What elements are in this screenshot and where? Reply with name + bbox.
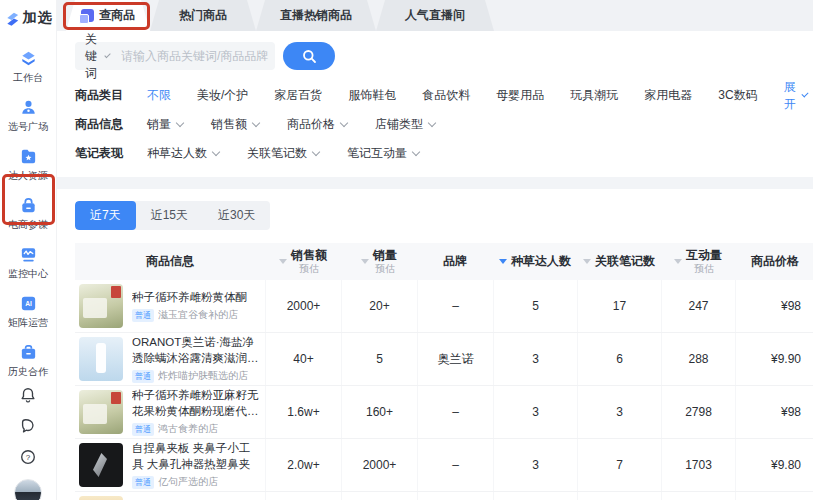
col-related-notes[interactable]: 关联笔记数 [577, 253, 661, 270]
table-row[interactable]: ORANOT奥兰诺·海盐净透除螨沐浴露清爽滋润800ml温和水... 普通 炸炸… [75, 333, 813, 386]
category-option-home[interactable]: 家居百货 [274, 87, 322, 104]
shop-tag: 普通 [132, 476, 154, 489]
dropdown-sales-amount[interactable]: 销售额 [211, 116, 259, 133]
logo-text: 加选 [23, 9, 53, 27]
sort-caret-icon [674, 259, 682, 264]
bell-icon[interactable] [19, 386, 37, 404]
search-row: 关键词 [75, 41, 813, 71]
filter-panel: 商品类目 不限 美妆/个护 家居百货 服饰鞋包 食品饮料 母婴用品 玩具潮玩 家… [75, 81, 813, 168]
chevron-down-icon [212, 148, 220, 156]
time-range-15d[interactable]: 近15天 [136, 201, 203, 230]
dropdown-note-interactions[interactable]: 笔记互动量 [347, 145, 419, 162]
tab-live-hot-products[interactable]: 直播热销商品 [256, 0, 376, 31]
keyword-type-label: 关键词 [85, 31, 100, 82]
expand-toggle[interactable]: 展开 [784, 79, 807, 113]
app-root: 加选 工作台 选号广场 [0, 0, 813, 500]
cell-sales-volume: 160+ [341, 386, 417, 438]
dropdown-shop-type[interactable]: 店铺类型 [375, 116, 435, 133]
history-cooperation-icon [19, 343, 38, 362]
table-row[interactable]: 自捏鼻夹板 夹鼻子小工具 大鼻孔神器热塑鼻夹 普通 亿句严选的店 2.0w+ 2… [75, 439, 813, 492]
sidebar-item-history-cooperation[interactable]: 历史合作 [0, 337, 57, 386]
category-option-appliance[interactable]: 家用电器 [644, 87, 692, 104]
table-row[interactable]: Dinkiss·叶黄素眼部精华油改善细纹去眼袋黑眼圈改善暗沉抗皱 – – DIN… [75, 492, 813, 500]
dropdown-price[interactable]: 商品价格 [287, 116, 347, 133]
col-sales-amount[interactable]: 销售额预估 [265, 249, 341, 274]
feedback-icon[interactable] [19, 417, 37, 435]
sidebar-item-talent-resource[interactable]: 达人资源 [0, 141, 57, 190]
category-option-all[interactable]: 不限 [147, 87, 171, 104]
sort-caret-icon [583, 259, 591, 264]
product-thumbnail [79, 443, 123, 487]
product-thumbnail [79, 284, 123, 328]
chevron-down-icon [312, 148, 320, 156]
search-input[interactable] [121, 49, 271, 63]
results-panel: 近7天 近15天 近30天 商品信息 销售额预估 销量预估 [57, 189, 813, 500]
time-range-7d[interactable]: 近7天 [75, 201, 136, 230]
category-option-baby[interactable]: 母婴用品 [496, 87, 544, 104]
sidebar-item-workbench[interactable]: 工作台 [0, 43, 57, 92]
tab-label: 直播热销商品 [280, 7, 352, 24]
col-sales-volume[interactable]: 销量预估 [341, 249, 417, 274]
tab-product-search[interactable]: 查商品 [66, 0, 150, 31]
chevron-down-icon [412, 148, 420, 156]
sidebar-item-ecommerce-advisor[interactable]: 电商参谋 [0, 190, 57, 239]
sidebar-item-label: 矩阵运营 [8, 316, 48, 330]
cell-price: ¥98 [735, 386, 813, 438]
cell-interactions: 247 [661, 280, 735, 332]
sidebar-item-matrix-operation[interactable]: AI 矩阵运营 [0, 288, 57, 337]
expand-label: 展开 [784, 79, 798, 113]
sort-caret-icon [279, 259, 287, 264]
category-option-apparel[interactable]: 服饰鞋包 [348, 87, 396, 104]
category-option-3c[interactable]: 3C数码 [718, 87, 757, 104]
product-title[interactable]: ORANOT奥兰诺·海盐净透除螨沐浴露清爽滋润800ml温和水... [132, 335, 260, 366]
svg-text:AI: AI [25, 300, 32, 307]
time-range-30d[interactable]: 近30天 [203, 201, 270, 230]
category-option-beauty[interactable]: 美妆/个护 [197, 87, 248, 104]
matrix-operation-icon: AI [19, 294, 38, 313]
filter-label: 笔记表现 [75, 145, 147, 162]
filter-row-category: 商品类目 不限 美妆/个护 家居百货 服饰鞋包 食品饮料 母婴用品 玩具潮玩 家… [75, 81, 813, 110]
user-avatar[interactable] [14, 479, 42, 500]
tab-popular-live-rooms[interactable]: 人气直播间 [376, 0, 494, 31]
product-title[interactable]: 自捏鼻夹板 夹鼻子小工具 大鼻孔神器热塑鼻夹 [132, 441, 260, 472]
shop-tag: 普通 [132, 423, 154, 436]
app-logo: 加选 [4, 9, 53, 27]
cell-sales-amount: 2.0w+ [265, 439, 341, 491]
sidebar-item-monitor-center[interactable]: 监控中心 [0, 239, 57, 288]
product-title[interactable]: 种子循环养雌粉亚麻籽无花果粉黄体酮粉现磨代餐粉女生养巢... [132, 388, 260, 419]
cell-related-notes: 6 [577, 333, 661, 385]
tab-hot-products[interactable]: 热门商品 [150, 0, 256, 31]
sidebar-footer: ? [14, 386, 42, 500]
col-seeding-talents[interactable]: 种草达人数 [493, 253, 577, 270]
section-divider [57, 177, 813, 189]
cell-sales-volume: 20+ [341, 280, 417, 332]
sidebar-nav: 工作台 选号广场 达人资源 [0, 43, 57, 386]
sidebar-item-label: 电商参谋 [8, 218, 48, 232]
shop-name: 炸炸喵护肤甄选的店 [158, 369, 248, 383]
shop-name: 滋玉宜谷食补的店 [158, 308, 238, 322]
category-option-food[interactable]: 食品饮料 [422, 87, 470, 104]
table-row[interactable]: 种子循环养雌粉黄体酮 普通 滋玉宜谷食补的店 2000+ 20+ – 5 17 … [75, 280, 813, 333]
svg-text:?: ? [26, 453, 31, 462]
top-tab-bar: 查商品 热门商品 直播热销商品 人气直播间 [57, 0, 813, 31]
product-search-icon [81, 9, 94, 22]
creator-plaza-icon [19, 98, 38, 117]
table-row[interactable]: 种子循环养雌粉亚麻籽无花果粉黄体酮粉现磨代餐粉女生养巢... 普通 鸿古食养的店… [75, 386, 813, 439]
sort-caret-icon [361, 259, 369, 264]
product-title[interactable]: 种子循环养雌粉黄体酮 [132, 290, 260, 306]
sidebar-item-creator-plaza[interactable]: 选号广场 [0, 92, 57, 141]
help-icon[interactable]: ? [19, 448, 37, 466]
dropdown-related-notes[interactable]: 关联笔记数 [247, 145, 319, 162]
sidebar-item-label: 历史合作 [8, 365, 48, 379]
cell-sales-amount: 40+ [265, 333, 341, 385]
chevron-down-icon [104, 51, 110, 57]
cell-brand: 奥兰诺 [417, 333, 493, 385]
cell-seeding-talents: 3 [493, 386, 577, 438]
dropdown-seeding-talents[interactable]: 种草达人数 [147, 145, 219, 162]
col-interactions[interactable]: 互动量预估 [661, 249, 735, 274]
search-button[interactable] [283, 42, 335, 70]
cell-sales-volume: 5 [341, 333, 417, 385]
dropdown-sales-volume[interactable]: 销量 [147, 116, 183, 133]
keyword-type-select[interactable]: 关键词 [85, 31, 109, 82]
category-option-toys[interactable]: 玩具潮玩 [570, 87, 618, 104]
